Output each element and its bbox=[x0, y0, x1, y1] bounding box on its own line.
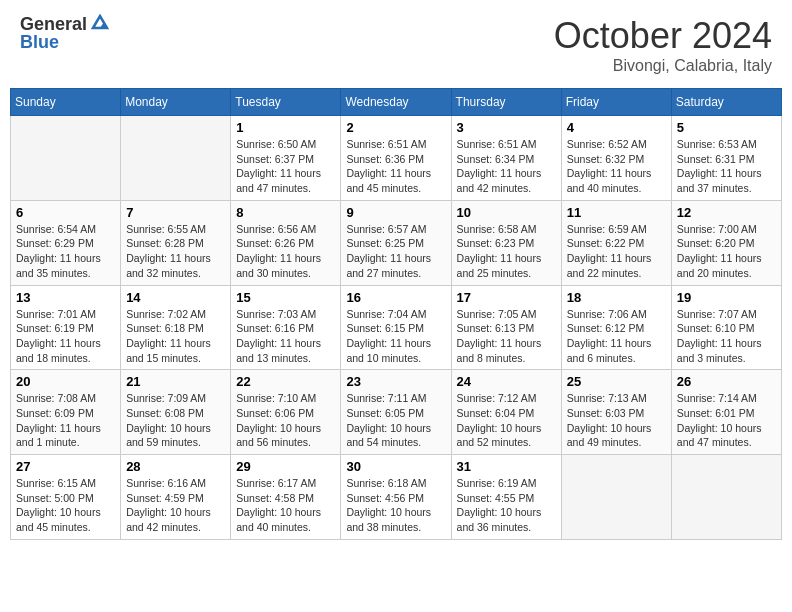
calendar-cell: 31Sunrise: 6:19 AMSunset: 4:55 PMDayligh… bbox=[451, 455, 561, 540]
calendar-cell: 2Sunrise: 6:51 AMSunset: 6:36 PMDaylight… bbox=[341, 116, 451, 201]
day-info: Sunrise: 7:04 AMSunset: 6:15 PMDaylight:… bbox=[346, 307, 445, 366]
day-number: 22 bbox=[236, 374, 335, 389]
calendar-cell: 15Sunrise: 7:03 AMSunset: 6:16 PMDayligh… bbox=[231, 285, 341, 370]
calendar-cell bbox=[671, 455, 781, 540]
calendar-cell: 21Sunrise: 7:09 AMSunset: 6:08 PMDayligh… bbox=[121, 370, 231, 455]
day-header-friday: Friday bbox=[561, 89, 671, 116]
calendar-week-3: 13Sunrise: 7:01 AMSunset: 6:19 PMDayligh… bbox=[11, 285, 782, 370]
calendar-cell: 29Sunrise: 6:17 AMSunset: 4:58 PMDayligh… bbox=[231, 455, 341, 540]
day-info: Sunrise: 6:56 AMSunset: 6:26 PMDaylight:… bbox=[236, 222, 335, 281]
day-number: 7 bbox=[126, 205, 225, 220]
page-header: General Blue October 2024 Bivongi, Calab… bbox=[10, 10, 782, 80]
day-number: 9 bbox=[346, 205, 445, 220]
day-info: Sunrise: 7:10 AMSunset: 6:06 PMDaylight:… bbox=[236, 391, 335, 450]
day-info: Sunrise: 6:52 AMSunset: 6:32 PMDaylight:… bbox=[567, 137, 666, 196]
logo-general-text: General bbox=[20, 15, 87, 33]
calendar-week-5: 27Sunrise: 6:15 AMSunset: 5:00 PMDayligh… bbox=[11, 455, 782, 540]
day-number: 27 bbox=[16, 459, 115, 474]
month-title: October 2024 bbox=[554, 15, 772, 57]
day-info: Sunrise: 6:58 AMSunset: 6:23 PMDaylight:… bbox=[457, 222, 556, 281]
day-number: 31 bbox=[457, 459, 556, 474]
day-number: 25 bbox=[567, 374, 666, 389]
calendar-cell: 30Sunrise: 6:18 AMSunset: 4:56 PMDayligh… bbox=[341, 455, 451, 540]
day-info: Sunrise: 7:02 AMSunset: 6:18 PMDaylight:… bbox=[126, 307, 225, 366]
logo-blue-text: Blue bbox=[20, 33, 59, 51]
day-info: Sunrise: 6:59 AMSunset: 6:22 PMDaylight:… bbox=[567, 222, 666, 281]
calendar-week-4: 20Sunrise: 7:08 AMSunset: 6:09 PMDayligh… bbox=[11, 370, 782, 455]
calendar-cell: 28Sunrise: 6:16 AMSunset: 4:59 PMDayligh… bbox=[121, 455, 231, 540]
day-info: Sunrise: 6:51 AMSunset: 6:34 PMDaylight:… bbox=[457, 137, 556, 196]
day-number: 21 bbox=[126, 374, 225, 389]
day-info: Sunrise: 6:57 AMSunset: 6:25 PMDaylight:… bbox=[346, 222, 445, 281]
day-number: 10 bbox=[457, 205, 556, 220]
svg-marker-1 bbox=[100, 22, 108, 28]
calendar-cell: 26Sunrise: 7:14 AMSunset: 6:01 PMDayligh… bbox=[671, 370, 781, 455]
logo: General Blue bbox=[20, 15, 111, 51]
day-number: 5 bbox=[677, 120, 776, 135]
day-number: 6 bbox=[16, 205, 115, 220]
day-number: 30 bbox=[346, 459, 445, 474]
day-info: Sunrise: 6:15 AMSunset: 5:00 PMDaylight:… bbox=[16, 476, 115, 535]
day-number: 1 bbox=[236, 120, 335, 135]
day-info: Sunrise: 6:50 AMSunset: 6:37 PMDaylight:… bbox=[236, 137, 335, 196]
calendar-cell: 5Sunrise: 6:53 AMSunset: 6:31 PMDaylight… bbox=[671, 116, 781, 201]
day-number: 28 bbox=[126, 459, 225, 474]
calendar-cell: 3Sunrise: 6:51 AMSunset: 6:34 PMDaylight… bbox=[451, 116, 561, 201]
calendar-cell: 19Sunrise: 7:07 AMSunset: 6:10 PMDayligh… bbox=[671, 285, 781, 370]
day-info: Sunrise: 6:53 AMSunset: 6:31 PMDaylight:… bbox=[677, 137, 776, 196]
day-info: Sunrise: 7:08 AMSunset: 6:09 PMDaylight:… bbox=[16, 391, 115, 450]
day-info: Sunrise: 7:12 AMSunset: 6:04 PMDaylight:… bbox=[457, 391, 556, 450]
day-number: 2 bbox=[346, 120, 445, 135]
day-number: 8 bbox=[236, 205, 335, 220]
logo-icon bbox=[89, 14, 111, 32]
day-info: Sunrise: 6:19 AMSunset: 4:55 PMDaylight:… bbox=[457, 476, 556, 535]
day-info: Sunrise: 7:13 AMSunset: 6:03 PMDaylight:… bbox=[567, 391, 666, 450]
calendar-table: SundayMondayTuesdayWednesdayThursdayFrid… bbox=[10, 88, 782, 540]
calendar-cell: 11Sunrise: 6:59 AMSunset: 6:22 PMDayligh… bbox=[561, 200, 671, 285]
calendar-cell: 8Sunrise: 6:56 AMSunset: 6:26 PMDaylight… bbox=[231, 200, 341, 285]
day-info: Sunrise: 7:03 AMSunset: 6:16 PMDaylight:… bbox=[236, 307, 335, 366]
calendar-header-row: SundayMondayTuesdayWednesdayThursdayFrid… bbox=[11, 89, 782, 116]
day-number: 16 bbox=[346, 290, 445, 305]
day-number: 26 bbox=[677, 374, 776, 389]
day-number: 23 bbox=[346, 374, 445, 389]
day-number: 3 bbox=[457, 120, 556, 135]
day-header-thursday: Thursday bbox=[451, 89, 561, 116]
calendar-cell: 6Sunrise: 6:54 AMSunset: 6:29 PMDaylight… bbox=[11, 200, 121, 285]
calendar-week-2: 6Sunrise: 6:54 AMSunset: 6:29 PMDaylight… bbox=[11, 200, 782, 285]
calendar-week-1: 1Sunrise: 6:50 AMSunset: 6:37 PMDaylight… bbox=[11, 116, 782, 201]
calendar-cell: 22Sunrise: 7:10 AMSunset: 6:06 PMDayligh… bbox=[231, 370, 341, 455]
day-number: 15 bbox=[236, 290, 335, 305]
calendar-cell: 27Sunrise: 6:15 AMSunset: 5:00 PMDayligh… bbox=[11, 455, 121, 540]
calendar-cell: 24Sunrise: 7:12 AMSunset: 6:04 PMDayligh… bbox=[451, 370, 561, 455]
day-header-monday: Monday bbox=[121, 89, 231, 116]
calendar-cell bbox=[561, 455, 671, 540]
calendar-cell: 17Sunrise: 7:05 AMSunset: 6:13 PMDayligh… bbox=[451, 285, 561, 370]
day-info: Sunrise: 6:18 AMSunset: 4:56 PMDaylight:… bbox=[346, 476, 445, 535]
day-info: Sunrise: 7:00 AMSunset: 6:20 PMDaylight:… bbox=[677, 222, 776, 281]
day-number: 19 bbox=[677, 290, 776, 305]
calendar-cell: 14Sunrise: 7:02 AMSunset: 6:18 PMDayligh… bbox=[121, 285, 231, 370]
calendar-cell bbox=[121, 116, 231, 201]
day-info: Sunrise: 7:09 AMSunset: 6:08 PMDaylight:… bbox=[126, 391, 225, 450]
calendar-cell: 7Sunrise: 6:55 AMSunset: 6:28 PMDaylight… bbox=[121, 200, 231, 285]
day-header-sunday: Sunday bbox=[11, 89, 121, 116]
day-header-saturday: Saturday bbox=[671, 89, 781, 116]
calendar-cell: 20Sunrise: 7:08 AMSunset: 6:09 PMDayligh… bbox=[11, 370, 121, 455]
calendar-cell: 23Sunrise: 7:11 AMSunset: 6:05 PMDayligh… bbox=[341, 370, 451, 455]
day-info: Sunrise: 7:07 AMSunset: 6:10 PMDaylight:… bbox=[677, 307, 776, 366]
calendar-cell bbox=[11, 116, 121, 201]
day-header-tuesday: Tuesday bbox=[231, 89, 341, 116]
calendar-cell: 9Sunrise: 6:57 AMSunset: 6:25 PMDaylight… bbox=[341, 200, 451, 285]
calendar-cell: 12Sunrise: 7:00 AMSunset: 6:20 PMDayligh… bbox=[671, 200, 781, 285]
day-info: Sunrise: 7:14 AMSunset: 6:01 PMDaylight:… bbox=[677, 391, 776, 450]
day-info: Sunrise: 6:16 AMSunset: 4:59 PMDaylight:… bbox=[126, 476, 225, 535]
day-number: 11 bbox=[567, 205, 666, 220]
day-number: 4 bbox=[567, 120, 666, 135]
day-header-wednesday: Wednesday bbox=[341, 89, 451, 116]
day-info: Sunrise: 7:01 AMSunset: 6:19 PMDaylight:… bbox=[16, 307, 115, 366]
calendar-cell: 16Sunrise: 7:04 AMSunset: 6:15 PMDayligh… bbox=[341, 285, 451, 370]
calendar-cell: 4Sunrise: 6:52 AMSunset: 6:32 PMDaylight… bbox=[561, 116, 671, 201]
day-number: 24 bbox=[457, 374, 556, 389]
day-number: 14 bbox=[126, 290, 225, 305]
